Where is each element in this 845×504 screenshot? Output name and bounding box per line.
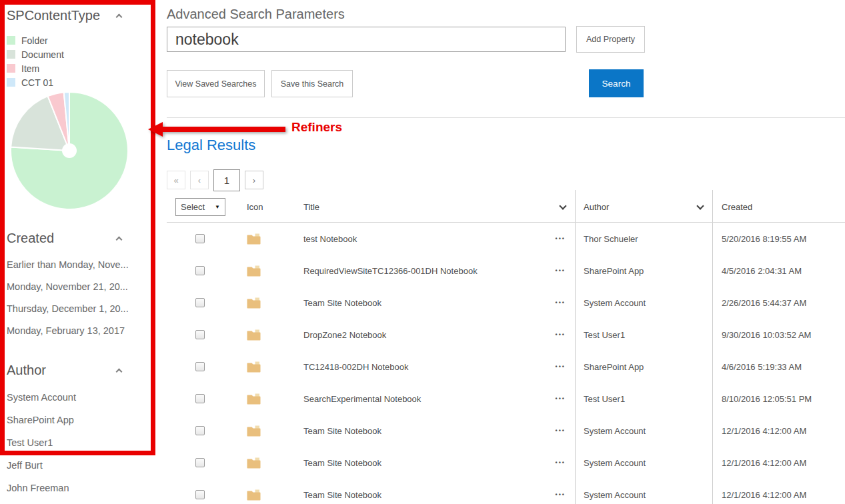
contenttype-pie-chart[interactable] (5, 87, 133, 211)
ellipsis-menu-icon[interactable]: ••• (556, 267, 566, 274)
select-dropdown-label: Select (181, 202, 205, 212)
row-created: 12/1/2016 4:12:00 AM (722, 426, 806, 436)
row-title: TC12418-002DH Notebook (303, 362, 409, 372)
row-checkbox[interactable] (195, 298, 205, 307)
refiner-item-author[interactable]: System Account (7, 392, 153, 415)
refiner-section-author: Author (7, 363, 121, 378)
page-title: Advanced Search Parameters (167, 7, 345, 22)
row-author: System Account (584, 426, 646, 436)
column-header-author: Author (584, 202, 609, 212)
row-created: 8/10/2016 12:05:51 PM (722, 394, 812, 404)
row-author: System Account (584, 490, 646, 500)
table-row: DropZone2 Notebook ••• Test User1 9/30/2… (167, 319, 845, 351)
save-this-search-button[interactable]: Save this Search (271, 70, 353, 97)
collapse-chevron-up-icon[interactable] (116, 14, 123, 21)
pagination-prev-button[interactable]: ‹ (190, 171, 209, 189)
results-table-body: test Notebook ••• Thor Schueler 5/20/201… (167, 223, 845, 504)
row-checkbox[interactable] (195, 458, 205, 467)
author-sort-chevron-icon[interactable] (696, 202, 704, 209)
refiner-section-contenttype: SPContentType (7, 8, 121, 23)
created-refiner-list: Earlier than Monday, Nove...Monday, Nove… (7, 259, 153, 347)
row-checkbox[interactable] (195, 330, 205, 339)
ellipsis-menu-icon[interactable]: ••• (556, 235, 566, 242)
table-row: test Notebook ••• Thor Schueler 5/20/201… (167, 223, 845, 255)
pagination-next-button[interactable]: › (245, 171, 263, 189)
row-title: SearchExperimental Notebook (303, 394, 421, 404)
refiner-item-created[interactable]: Thursday, December 1, 20... (7, 303, 153, 325)
refiner-item-created[interactable]: Earlier than Monday, Nove... (7, 259, 153, 281)
collapse-chevron-up-icon[interactable] (116, 237, 123, 243)
ellipsis-menu-icon[interactable]: ••• (556, 427, 566, 434)
dropdown-arrow-icon: ▼ (215, 204, 220, 210)
ellipsis-menu-icon[interactable]: ••• (556, 299, 566, 306)
table-row: Team Site Notebook ••• System Account 12… (167, 447, 845, 479)
results-heading: Legal Results (167, 137, 255, 154)
row-author: SharePoint App (584, 266, 644, 276)
ellipsis-menu-icon[interactable]: ••• (556, 395, 566, 402)
folder-icon (247, 457, 261, 469)
legend-swatch (7, 50, 15, 59)
row-author: Test User1 (584, 394, 625, 404)
refiner-item-author[interactable]: SharePoint App (7, 415, 153, 437)
refiner-item-author[interactable]: Test User1 (7, 437, 153, 460)
row-created: 12/1/2016 4:12:00 AM (722, 458, 806, 468)
ellipsis-menu-icon[interactable]: ••• (556, 331, 566, 338)
search-query-input[interactable] (167, 27, 566, 52)
row-checkbox[interactable] (195, 362, 205, 371)
refiners-panel: SPContentType FolderDocumentItemCCT 01 C… (0, 0, 160, 504)
row-checkbox[interactable] (195, 266, 205, 275)
refiner-item-created[interactable]: Monday, February 13, 2017 (7, 325, 153, 347)
section-divider (167, 117, 845, 118)
results-table-header: Select ▼ Icon Title Author Created (167, 192, 845, 223)
table-row: Team Site Notebook ••• System Account 12… (167, 479, 845, 504)
row-author: System Account (584, 458, 646, 468)
row-checkbox[interactable] (195, 234, 205, 243)
row-title: DropZone2 Notebook (303, 330, 386, 340)
view-saved-searches-button[interactable]: View Saved Searches (167, 70, 265, 97)
ellipsis-menu-icon[interactable]: ••• (556, 459, 566, 466)
row-created: 12/1/2016 4:12:00 AM (722, 490, 806, 500)
search-button[interactable]: Search (589, 69, 644, 97)
row-author: SharePoint App (584, 362, 644, 372)
row-created: 5/20/2016 8:19:55 AM (722, 234, 806, 244)
legend-label: Item (21, 63, 39, 74)
row-title: RequiredViewSiteTC12366-001DH Notebook (303, 266, 478, 276)
row-created: 4/5/2016 2:04:31 AM (722, 266, 802, 276)
refiner-item-created[interactable]: Monday, November 21, 20... (7, 281, 153, 303)
ellipsis-menu-icon[interactable]: ••• (556, 363, 566, 370)
row-checkbox[interactable] (195, 394, 205, 403)
add-property-button[interactable]: Add Property (576, 26, 645, 53)
collapse-chevron-up-icon[interactable] (116, 369, 123, 375)
arrow-head-icon (148, 122, 163, 137)
folder-icon (247, 489, 261, 501)
row-author: Thor Schueler (584, 234, 638, 244)
row-checkbox[interactable] (195, 490, 205, 499)
pagination-first-button[interactable]: « (167, 171, 185, 189)
legend-swatch (7, 78, 15, 87)
pie-donut-hole (62, 143, 77, 158)
author-refiner-list: System AccountSharePoint AppTest User1Je… (7, 392, 153, 504)
refiner-item-author[interactable]: Jeff Burt (7, 460, 153, 483)
folder-icon (247, 329, 261, 341)
table-row: TC12418-002DH Notebook ••• SharePoint Ap… (167, 351, 845, 383)
select-dropdown[interactable]: Select ▼ (175, 198, 225, 216)
row-created: 9/30/2016 10:03:52 AM (722, 330, 811, 340)
pagination-current-page[interactable]: 1 (213, 169, 240, 191)
row-title: Team Site Notebook (303, 458, 381, 468)
table-row: SearchExperimental Notebook ••• Test Use… (167, 383, 845, 415)
folder-icon (247, 361, 261, 373)
title-sort-chevron-icon[interactable] (559, 202, 566, 209)
row-author: Test User1 (584, 330, 625, 340)
row-checkbox[interactable] (195, 426, 205, 435)
table-row: Team Site Notebook ••• System Account 12… (167, 415, 845, 447)
legend-label: Folder (21, 35, 48, 46)
row-author: System Account (584, 298, 646, 308)
annotation-label: Refiners (291, 120, 342, 135)
column-header-title: Title (303, 202, 319, 212)
refiner-item-author[interactable]: John Freeman (7, 483, 153, 504)
table-row: RequiredViewSiteTC12366-001DH Notebook •… (167, 255, 845, 287)
row-created: 4/6/2016 5:19:33 AM (722, 362, 802, 372)
column-header-icon: Icon (247, 202, 263, 212)
ellipsis-menu-icon[interactable]: ••• (556, 491, 566, 498)
row-created: 2/26/2016 5:44:37 AM (722, 298, 806, 308)
